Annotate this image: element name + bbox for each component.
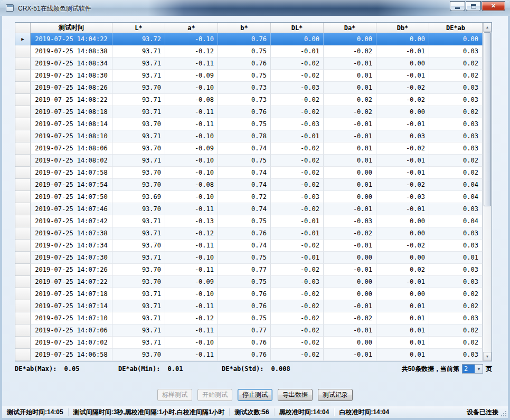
- table-cell[interactable]: -0.02: [324, 45, 376, 58]
- row-selector[interactable]: [15, 300, 31, 312]
- table-cell[interactable]: -0.02: [324, 227, 376, 240]
- table-cell[interactable]: 0.77: [218, 264, 271, 276]
- table-cell[interactable]: 93.70: [112, 82, 165, 94]
- table-cell[interactable]: 93.70: [112, 167, 165, 179]
- table-cell[interactable]: -0.08: [165, 179, 218, 191]
- column-header[interactable]: DL*: [271, 23, 324, 33]
- table-cell[interactable]: -0.02: [376, 82, 429, 94]
- table-cell[interactable]: 93.71: [112, 227, 165, 240]
- table-cell[interactable]: -0.01: [324, 240, 376, 252]
- export-data-button[interactable]: 导出数据: [278, 389, 313, 401]
- table-cell[interactable]: 2019-07-25 14:04:22: [31, 33, 112, 45]
- table-cell[interactable]: 0.03: [429, 312, 483, 324]
- table-cell[interactable]: -0.10: [165, 167, 218, 179]
- table-cell[interactable]: 93.71: [112, 70, 165, 82]
- table-cell[interactable]: -0.02: [376, 240, 429, 252]
- table-cell[interactable]: 0.72: [218, 191, 271, 203]
- table-cell[interactable]: -0.03: [271, 118, 324, 130]
- table-cell[interactable]: 93.71: [112, 45, 165, 58]
- table-cell[interactable]: 0.75: [218, 155, 271, 167]
- row-selector[interactable]: ▶: [15, 33, 31, 45]
- table-cell[interactable]: 2019-07-25 14:07:10: [31, 312, 112, 324]
- stop-test-button[interactable]: 停止测试: [238, 389, 272, 401]
- table-cell[interactable]: 2019-07-25 14:08:10: [31, 130, 112, 142]
- table-cell[interactable]: 2019-07-25 14:07:38: [31, 227, 112, 240]
- table-row[interactable]: 2019-07-25 14:07:1893.71-0.100.76-0.020.…: [15, 288, 483, 300]
- row-selector[interactable]: [15, 106, 31, 118]
- table-cell[interactable]: 0.00: [376, 252, 429, 264]
- table-cell[interactable]: -0.02: [376, 94, 429, 106]
- table-cell[interactable]: 2019-07-25 14:07:26: [31, 264, 112, 276]
- table-cell[interactable]: -0.01: [324, 203, 376, 215]
- table-cell[interactable]: 2019-07-25 14:07:22: [31, 276, 112, 288]
- table-cell[interactable]: 2019-07-25 14:07:14: [31, 300, 112, 312]
- table-cell[interactable]: 0.00: [324, 337, 376, 349]
- table-cell[interactable]: 0.03: [429, 82, 483, 94]
- table-cell[interactable]: 0.03: [429, 118, 483, 130]
- table-cell[interactable]: 0.76: [218, 33, 271, 45]
- table-cell[interactable]: -0.01: [376, 118, 429, 130]
- table-cell[interactable]: 93.71: [112, 155, 165, 167]
- table-cell[interactable]: 2019-07-25 14:07:42: [31, 215, 112, 227]
- table-cell[interactable]: 0.76: [218, 337, 271, 349]
- column-header[interactable]: 测试时间: [31, 23, 112, 33]
- table-cell[interactable]: -0.02: [271, 337, 324, 349]
- table-cell[interactable]: -0.01: [271, 130, 324, 142]
- table-row[interactable]: 2019-07-25 14:07:5093.69-0.100.72-0.030.…: [15, 191, 483, 203]
- table-cell[interactable]: -0.03: [376, 191, 429, 203]
- table-cell[interactable]: 2019-07-25 14:08:26: [31, 82, 112, 94]
- page-selector[interactable]: 2 ▼: [462, 364, 483, 374]
- table-cell[interactable]: 0.02: [429, 106, 483, 118]
- table-cell[interactable]: 2019-07-25 14:07:46: [31, 203, 112, 215]
- table-cell[interactable]: 0.73: [218, 94, 271, 106]
- row-selector[interactable]: [15, 70, 31, 82]
- table-cell[interactable]: -0.02: [271, 240, 324, 252]
- table-cell[interactable]: -0.09: [165, 70, 218, 82]
- table-cell[interactable]: -0.02: [271, 58, 324, 70]
- scroll-up-icon[interactable]: ▲: [483, 23, 492, 32]
- table-cell[interactable]: -0.10: [165, 337, 218, 349]
- table-cell[interactable]: 0.01: [376, 312, 429, 324]
- table-cell[interactable]: 93.70: [112, 240, 165, 252]
- table-cell[interactable]: 2019-07-25 14:07:58: [31, 167, 112, 179]
- table-cell[interactable]: 0.75: [218, 312, 271, 324]
- table-cell[interactable]: -0.10: [165, 82, 218, 94]
- table-cell[interactable]: 0.04: [429, 215, 483, 227]
- table-cell[interactable]: 2019-07-25 14:08:02: [31, 155, 112, 167]
- table-cell[interactable]: 0.01: [324, 155, 376, 167]
- table-cell[interactable]: -0.02: [271, 70, 324, 82]
- table-cell[interactable]: 93.71: [112, 288, 165, 300]
- table-cell[interactable]: -0.11: [165, 118, 218, 130]
- table-cell[interactable]: 0.03: [429, 264, 483, 276]
- table-row[interactable]: 2019-07-25 14:07:4293.71-0.130.75-0.01-0…: [15, 215, 483, 227]
- titlebar[interactable]: CRX-51在线颜色测试软件 ✕: [0, 0, 510, 16]
- table-row[interactable]: 2019-07-25 14:08:1093.71-0.100.78-0.01-0…: [15, 130, 483, 142]
- table-cell[interactable]: 0.01: [376, 337, 429, 349]
- table-cell[interactable]: -0.02: [376, 142, 429, 155]
- table-cell[interactable]: 93.70: [112, 264, 165, 276]
- column-header[interactable]: Da*: [324, 23, 376, 33]
- table-cell[interactable]: 93.71: [112, 106, 165, 118]
- table-cell[interactable]: 0.02: [429, 70, 483, 82]
- table-cell[interactable]: 0.01: [376, 300, 429, 312]
- table-cell[interactable]: -0.03: [271, 82, 324, 94]
- row-selector[interactable]: [15, 324, 31, 337]
- table-cell[interactable]: 0.74: [218, 142, 271, 155]
- table-cell[interactable]: -0.12: [165, 312, 218, 324]
- row-selector[interactable]: [15, 312, 31, 324]
- table-cell[interactable]: -0.11: [165, 240, 218, 252]
- table-cell[interactable]: -0.02: [376, 179, 429, 191]
- table-cell[interactable]: -0.11: [165, 58, 218, 70]
- row-selector[interactable]: [15, 45, 31, 58]
- table-cell[interactable]: -0.02: [271, 324, 324, 337]
- table-row[interactable]: 2019-07-25 14:07:3893.71-0.120.76-0.01-0…: [15, 227, 483, 240]
- row-selector[interactable]: [15, 130, 31, 142]
- row-selector[interactable]: [15, 252, 31, 264]
- table-cell[interactable]: 0.75: [218, 118, 271, 130]
- table-cell[interactable]: 2019-07-25 14:06:58: [31, 349, 112, 361]
- table-cell[interactable]: 0.76: [218, 349, 271, 361]
- table-cell[interactable]: 0.01: [429, 252, 483, 264]
- row-selector[interactable]: [15, 349, 31, 361]
- table-cell[interactable]: 0.03: [429, 45, 483, 58]
- table-cell[interactable]: -0.11: [165, 264, 218, 276]
